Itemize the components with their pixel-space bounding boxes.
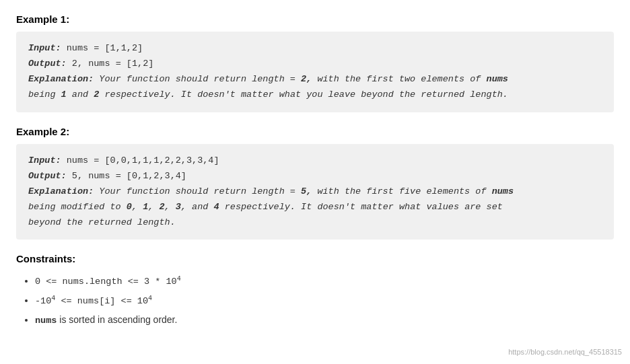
- constraint-1-text: 0 <= nums.length <= 3 * 104: [35, 277, 181, 287]
- output-value: 2, nums = [1,2]: [72, 59, 154, 69]
- constraint-2-text: -104 <= nums[i] <= 104: [35, 296, 152, 306]
- explanation-label-2: Explanation:: [28, 186, 94, 196]
- example1-box: Input: nums = [1,1,2] Output: 2, nums = …: [16, 32, 614, 112]
- example1-output: Output: 2, nums = [1,2]: [28, 57, 602, 72]
- example2-section: Example 2: Input: nums = [0,0,1,1,1,2,2,…: [16, 126, 614, 240]
- watermark: https://blog.csdn.net/qq_45518315: [508, 348, 622, 356]
- constraint-3-mono: nums: [35, 316, 57, 326]
- example1-explanation-line2: being 1 and 2 respectively. It doesn't m…: [28, 87, 602, 103]
- explanation-bold-2: 5,: [301, 186, 312, 196]
- explanation-being: being: [28, 89, 61, 100]
- explanation-v0: 0: [127, 202, 132, 212]
- example2-box: Input: nums = [0,0,1,1,1,2,2,3,3,4] Outp…: [16, 144, 614, 240]
- explanation-sep3: ,: [165, 202, 176, 212]
- example1-input: Input: nums = [1,1,2]: [28, 41, 602, 57]
- explanation-and: and: [67, 89, 94, 100]
- explanation-text: Your function should return length =: [99, 74, 301, 84]
- explanation-rest-2: with the first five elements of: [312, 186, 491, 196]
- output-label-2: Output:: [28, 171, 67, 181]
- constraints-list: 0 <= nums.length <= 3 * 104 -104 <= nums…: [16, 271, 614, 330]
- explanation-sep4: , and: [181, 202, 214, 212]
- explanation-sep1: ,: [132, 202, 143, 212]
- example1-title: Example 1:: [16, 13, 614, 25]
- constraint-item-2: -104 <= nums[i] <= 104: [35, 291, 614, 310]
- example2-explanation-line3: beyond the returned length.: [28, 215, 602, 231]
- explanation-label: Explanation:: [28, 74, 94, 84]
- explanation-end: respectively. It doesn't matter what you…: [99, 89, 508, 100]
- constraint-3-text: is sorted in ascending order.: [57, 314, 177, 325]
- input-label-2: Input:: [28, 155, 61, 166]
- example2-explanation-line1: Explanation: Your function should return…: [28, 184, 602, 200]
- example2-output: Output: 5, nums = [0,1,2,3,4]: [28, 169, 602, 184]
- explanation-v3: 3: [176, 202, 181, 212]
- example2-title: Example 2:: [16, 126, 614, 137]
- constraint-item-1: 0 <= nums.length <= 3 * 104: [35, 271, 614, 291]
- explanation-1: 1: [61, 89, 67, 100]
- explanation-beyond: beyond the returned length.: [28, 217, 176, 227]
- input-label: Input:: [28, 43, 61, 53]
- explanation-nums-2: nums: [492, 186, 514, 196]
- output-label: Output:: [28, 59, 67, 69]
- example1-section: Example 1: Input: nums = [1,1,2] Output:…: [16, 13, 614, 112]
- explanation-text-2: Your function should return length =: [99, 186, 301, 196]
- explanation-v2: 2: [159, 202, 164, 212]
- output-value-2: 5, nums = [0,1,2,3,4]: [72, 171, 186, 181]
- input-value-2: nums = [0,0,1,1,1,2,2,3,3,4]: [67, 155, 219, 166]
- explanation-v4: 4: [213, 202, 219, 212]
- input-value: nums = [1,1,2]: [67, 43, 143, 53]
- constraints-title: Constraints:: [16, 253, 614, 264]
- example1-explanation-line1: Explanation: Your function should return…: [28, 72, 602, 87]
- example2-input: Input: nums = [0,0,1,1,1,2,2,3,3,4]: [28, 153, 602, 169]
- constraint-item-3: nums is sorted in ascending order.: [35, 310, 614, 330]
- explanation-rest: with the first two elements of: [312, 74, 486, 84]
- explanation-sep2: ,: [148, 202, 159, 212]
- example2-explanation-line2: being modified to 0, 1, 2, 3, and 4 resp…: [28, 200, 602, 215]
- explanation-nums: nums: [487, 74, 508, 84]
- explanation-being-modified: being modified to: [28, 202, 127, 212]
- explanation-bold: 2,: [301, 74, 312, 84]
- constraints-section: Constraints: 0 <= nums.length <= 3 * 104…: [16, 253, 614, 330]
- explanation-end-2: respectively. It doesn't matter what val…: [219, 202, 503, 212]
